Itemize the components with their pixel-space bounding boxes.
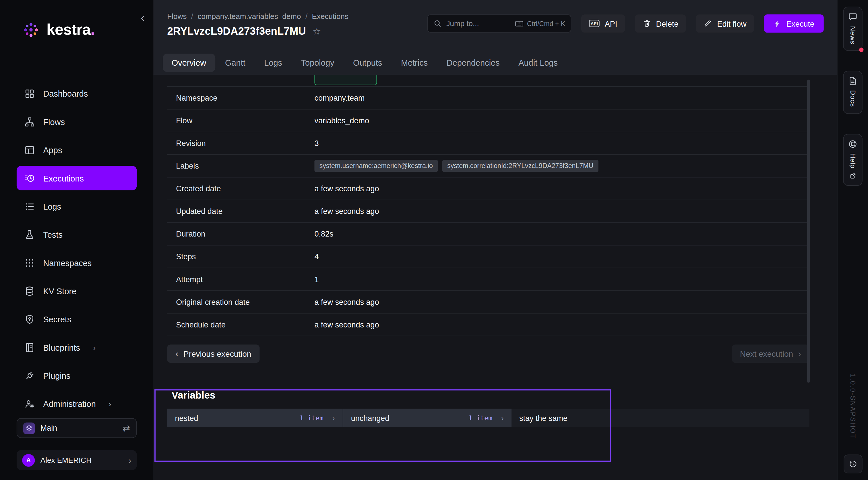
execution-tabs: Overview Gantt Logs Topology Outputs Met… [153,54,837,74]
table-row: Created datea few seconds ago [167,177,809,200]
table-row: Revision3 [167,132,809,155]
tab-logs[interactable]: Logs [255,54,291,72]
tenant-selector[interactable]: Main ⇄ [17,418,136,438]
chevron-right-icon: › [128,455,131,465]
variables-section: Variables nested 1 item › unchanged 1 it… [167,390,809,427]
sidebar-item-logs[interactable]: Logs [17,194,136,218]
kestra-logo-icon [21,20,41,40]
administration-icon [24,399,35,409]
trash-icon [643,19,651,28]
switch-tenant-icon[interactable]: ⇄ [123,423,130,433]
edit-flow-button[interactable]: Edit flow [696,14,754,33]
search-icon [433,19,442,28]
page-header: Flows / company.team.variables_demo / Ex… [153,0,837,75]
label-chip[interactable]: system.correlationId:2RYLvzcL9DA273f3enL… [442,160,598,172]
user-name: Alex EMERICH [40,456,92,464]
tests-icon [24,229,35,240]
status-badge-partial [314,75,377,85]
table-row: Schedule datea few seconds ago [167,313,809,336]
table-row: Namespacecompany.team [167,87,809,109]
chevron-right-icon: › [93,343,96,352]
version-label: 1.0.0-SNAPSHOT [849,374,857,439]
kestra-logo[interactable]: kestra. [21,20,153,40]
api-button[interactable]: API API [581,14,625,33]
chevron-right-icon: › [332,413,335,422]
table-row: Duration0.82s [167,223,809,245]
execution-details-table: Namespacecompany.team Flowvariables_demo… [167,75,809,336]
history-button[interactable] [843,454,862,473]
collapse-sidebar-icon[interactable]: ‹ [141,12,144,23]
jump-to-input[interactable] [446,19,510,28]
app-window: ‹ kestra. Dashboards [0,0,868,480]
sidebar-item-secrets[interactable]: Secrets [17,307,136,331]
main-area: Flows / company.team.variables_demo / Ex… [153,0,837,480]
table-row: Attempt1 [167,268,809,291]
table-row: Steps4 [167,245,809,268]
sidebar-item-apps[interactable]: Apps [17,138,136,162]
logo-wordmark: kestra. [46,21,94,39]
label-chip[interactable]: system.username:aemerich@kestra.io [314,160,438,172]
blueprints-icon [24,342,35,353]
table-row: Updated datea few seconds ago [167,200,809,223]
table-row: Flowvariables_demo [167,109,809,132]
avatar: A [22,454,35,466]
news-icon [848,12,858,22]
executions-icon [24,173,35,183]
docs-icon [848,76,858,86]
external-link-icon [849,173,856,179]
sidebar-item-kv-store[interactable]: KV Store [17,279,136,303]
sidebar-item-plugins[interactable]: Plugins [17,363,136,388]
namespaces-icon [24,258,35,268]
variable-unchanged-cell[interactable]: unchanged 1 item › [343,409,512,427]
chevron-right-icon: › [501,413,504,422]
variable-nested-cell[interactable]: nested 1 item › [167,409,343,427]
sidebar-item-dashboards[interactable]: Dashboards [17,81,136,105]
sidebar-nav: Dashboards Flows Apps Executions Logs Te… [0,81,153,416]
tab-dependencies[interactable]: Dependencies [438,54,508,72]
sidebar-item-executions[interactable]: Executions [17,166,136,191]
help-button[interactable]: Help [843,134,863,186]
variable-value-cell: stay the same [512,409,809,427]
history-icon [848,460,857,469]
tab-topology[interactable]: Topology [292,54,343,72]
scrollbar-thumb[interactable] [807,80,810,383]
star-icon[interactable]: ☆ [313,26,321,37]
docs-button[interactable]: Docs [843,71,863,113]
previous-execution-button[interactable]: ‹ Previous execution [167,344,259,363]
variables-title: Variables [172,390,809,402]
sidebar-item-tests[interactable]: Tests [17,222,136,247]
tab-audit-logs[interactable]: Audit Logs [509,54,566,72]
delete-button[interactable]: Delete [635,14,686,33]
user-menu[interactable]: A Alex EMERICH › [17,450,136,470]
tab-overview[interactable]: Overview [163,54,215,72]
tab-outputs[interactable]: Outputs [344,54,391,72]
sidebar-item-namespaces[interactable]: Namespaces [17,251,136,275]
breadcrumb-executions[interactable]: Executions [312,12,348,20]
sidebar-item-blueprints[interactable]: Blueprints › [17,335,136,359]
api-icon: API [589,20,600,27]
help-icon [848,139,858,149]
dashboards-icon [24,88,35,99]
variables-row: nested 1 item › unchanged 1 item › stay … [167,409,809,427]
chevron-right-icon: › [108,399,112,408]
secrets-icon [24,314,35,324]
news-button[interactable]: News [843,7,863,51]
jump-to-search[interactable]: Ctrl/Cmd + K [427,14,571,33]
sidebar-item-flows[interactable]: Flows [17,109,136,134]
tab-metrics[interactable]: Metrics [392,54,437,72]
lightning-icon [774,20,781,27]
kv-store-icon [24,285,35,296]
tab-gantt[interactable]: Gantt [216,54,254,72]
next-execution-button[interactable]: Next execution › [732,344,809,363]
plugins-icon [24,370,35,381]
breadcrumb-flows[interactable]: Flows [167,12,187,20]
execute-button[interactable]: Execute [764,14,824,33]
sidebar-item-administration[interactable]: Administration › [17,391,136,416]
breadcrumb-separator: / [191,12,193,20]
right-rail: News Docs Help 1.0.0-SNAPSHOT [837,0,868,480]
chevron-left-icon: ‹ [175,349,178,359]
breadcrumb-flow-id[interactable]: company.team.variables_demo [198,12,301,20]
breadcrumb: Flows / company.team.variables_demo / Ex… [167,12,348,20]
execution-pager: ‹ Previous execution Next execution › [167,344,809,363]
keyboard-icon [515,19,524,28]
